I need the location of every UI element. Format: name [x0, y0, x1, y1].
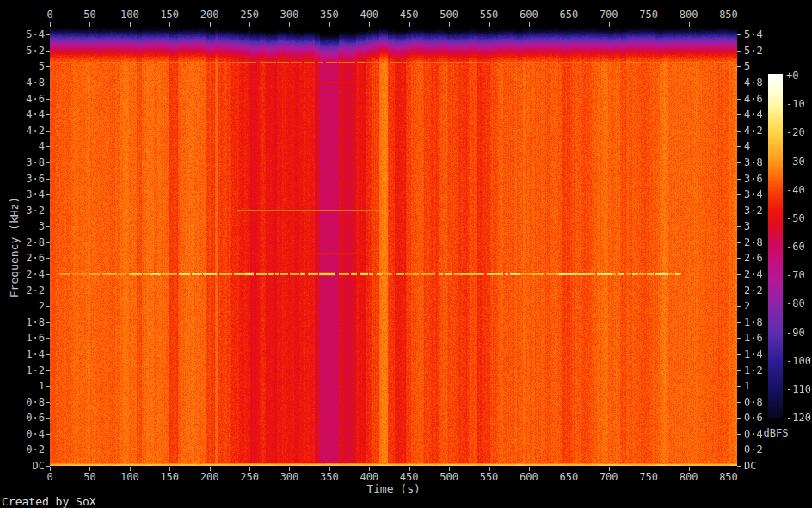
y-tick-label-left: 1·8: [9, 317, 45, 327]
y-tick-label-left: 2·2: [9, 285, 45, 296]
y-tick-label-right: 2·4: [744, 269, 780, 279]
x-tick-top: [729, 22, 729, 27]
y-tick-left: [46, 34, 50, 35]
colorbar-tick-label: -120: [786, 413, 812, 423]
x-tick-label-top: 50: [68, 9, 111, 20]
y-tick-label-left: 2·6: [9, 253, 45, 263]
x-tick-top: [369, 22, 370, 27]
y-tick-label-right: 3·2: [744, 205, 780, 216]
y-tick-right: [737, 131, 741, 132]
x-tick-label-top: 400: [348, 9, 391, 20]
y-tick-right: [737, 322, 741, 323]
x-tick-label-bottom: 600: [508, 472, 551, 482]
y-tick-label-left: 5·2: [9, 46, 45, 56]
y-tick-left: [46, 434, 50, 435]
y-tick-left: [46, 83, 50, 83]
colorbar-tick-label: -40: [786, 185, 812, 195]
y-tick-left: [46, 418, 50, 419]
y-tick-right: [737, 386, 741, 387]
y-tick-right: [737, 466, 741, 467]
y-tick-right: [737, 338, 741, 339]
credit-text: Created by SoX: [2, 495, 96, 508]
x-tick-top: [409, 22, 410, 27]
y-tick-left: [46, 114, 50, 115]
y-tick-left: [46, 338, 50, 339]
x-tick-label-top: 350: [308, 9, 351, 20]
y-tick-label-left: 1: [9, 381, 45, 391]
x-tick-label-bottom: 400: [348, 472, 391, 482]
colorbar-tick-label: -30: [786, 156, 812, 167]
y-tick-left: [46, 242, 50, 243]
x-tick-label-bottom: 650: [547, 472, 590, 482]
x-tick-top: [689, 22, 690, 27]
x-tick-label-top: 700: [587, 9, 631, 20]
y-tick-label-left: 2: [9, 301, 45, 311]
x-tick-label-top: 250: [228, 9, 271, 20]
spectrogram-canvas: [50, 27, 737, 466]
x-tick-label-bottom: 300: [268, 472, 311, 482]
y-tick-right: [737, 34, 741, 35]
y-tick-label-left: 5: [9, 61, 45, 71]
y-tick-right: [737, 306, 741, 307]
colorbar-tick-label: -100: [786, 356, 812, 366]
x-tick-label-bottom: 350: [308, 472, 351, 482]
y-tick-left: [46, 354, 50, 355]
y-tick-label-right: 1·6: [744, 333, 780, 343]
x-tick-top: [329, 22, 330, 27]
x-tick-top: [249, 22, 250, 27]
y-tick-right: [737, 274, 741, 275]
y-tick-label-left: 4·6: [9, 94, 45, 104]
y-tick-left: [46, 194, 50, 195]
y-tick-left: [46, 162, 50, 163]
y-tick-right: [737, 258, 741, 259]
y-tick-left: [46, 402, 50, 403]
y-tick-right: [737, 99, 741, 100]
colorbar-tick-label: -50: [786, 213, 812, 223]
y-tick-label-right: 4·6: [744, 94, 780, 104]
y-tick-left: [46, 258, 50, 259]
x-tick-label-top: 500: [428, 9, 471, 20]
x-tick-label-top: 650: [547, 9, 590, 20]
y-tick-label-right: 2: [744, 301, 780, 311]
x-tick-top: [130, 22, 131, 27]
y-tick-label-left: 3·2: [9, 205, 45, 216]
y-tick-label-right: 2·6: [744, 253, 780, 263]
x-tick-top: [289, 22, 290, 27]
y-tick-left: [46, 146, 50, 147]
colorbar-tick-label: -70: [786, 270, 812, 280]
y-tick-right: [737, 370, 741, 371]
colorbar-tick-label: -10: [786, 99, 812, 109]
x-tick-label-top: 750: [627, 9, 670, 20]
y-tick-right: [737, 146, 741, 147]
y-tick-label-right: 3·6: [744, 174, 780, 184]
x-tick-label-bottom: 200: [188, 472, 231, 482]
y-tick-right: [737, 211, 741, 211]
x-axis-title: Time (s): [50, 482, 737, 495]
x-tick-top: [449, 22, 450, 27]
y-tick-right: [737, 194, 741, 195]
y-tick-label-right: 4·4: [744, 109, 780, 119]
colorbar-tick-label: -90: [786, 327, 812, 338]
y-tick-left: [46, 306, 50, 307]
spectrogram-figure: Time (s) Frequency (kHz) dBFS Created by…: [0, 0, 812, 508]
x-tick-label-bottom: 250: [228, 472, 271, 482]
x-tick-label-top: 100: [108, 9, 151, 20]
x-tick-top: [50, 22, 51, 27]
x-tick-top: [649, 22, 649, 27]
y-tick-right: [737, 179, 741, 180]
x-tick-label-bottom: 150: [148, 472, 191, 482]
x-tick-top: [89, 22, 90, 27]
colorbar-tick-label: -20: [786, 127, 812, 138]
y-tick-label-left: 3: [9, 221, 45, 231]
y-tick-left: [46, 99, 50, 100]
y-tick-label-right: 1·4: [744, 349, 780, 359]
y-tick-left: [46, 291, 50, 291]
y-tick-left: [46, 226, 50, 227]
y-tick-label-left: 4·4: [9, 109, 45, 119]
x-tick-label-top: 300: [268, 9, 311, 20]
y-tick-left: [46, 274, 50, 275]
x-tick-label-bottom: 550: [468, 472, 511, 482]
y-tick-label-right: 0·8: [744, 397, 780, 407]
y-tick-label-right: 4: [744, 141, 780, 151]
x-tick-label-top: 800: [667, 9, 710, 20]
